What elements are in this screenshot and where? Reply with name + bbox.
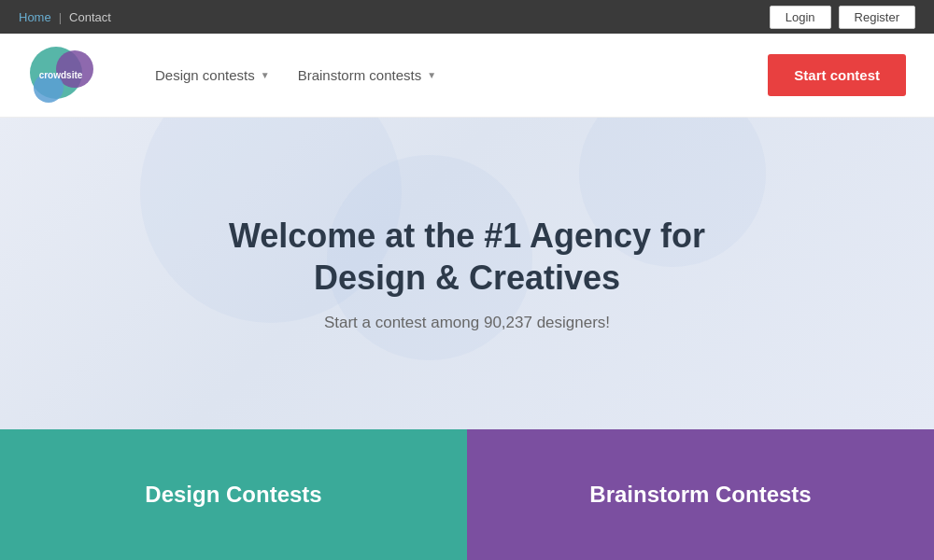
top-bar: Home | Contact Login Register bbox=[0, 0, 934, 34]
contact-link[interactable]: Contact bbox=[69, 10, 111, 24]
hero-title: Welcome at the #1 Agency for Design & Cr… bbox=[229, 215, 705, 299]
hero-subtitle: Start a contest among 90,237 designers! bbox=[324, 314, 610, 332]
start-contest-button[interactable]: Start contest bbox=[768, 54, 906, 96]
hero-title-line2: Design & Creatives bbox=[314, 259, 620, 297]
login-button[interactable]: Login bbox=[770, 6, 831, 29]
register-button[interactable]: Register bbox=[839, 6, 915, 29]
hero-section: Welcome at the #1 Agency for Design & Cr… bbox=[0, 118, 934, 429]
main-nav: Design contests ▼ Brainstorm contests ▼ … bbox=[155, 54, 906, 96]
logo[interactable]: crowdsite bbox=[28, 43, 99, 108]
brainstorm-contests-card-label: Brainstorm Contests bbox=[589, 482, 811, 508]
auth-buttons: Login Register bbox=[770, 6, 915, 29]
brainstorm-contests-label: Brainstorm contests bbox=[298, 67, 422, 83]
hero-title-line1: Welcome at the #1 Agency for bbox=[229, 217, 705, 255]
design-contests-chevron-icon: ▼ bbox=[261, 70, 270, 80]
cards-section: Design Contests Brainstorm Contests bbox=[0, 429, 934, 560]
top-bar-nav: Home | Contact bbox=[19, 10, 111, 24]
design-contests-card-label: Design Contests bbox=[145, 482, 321, 508]
logo-icon: crowdsite bbox=[28, 43, 93, 108]
nav-divider: | bbox=[59, 10, 62, 24]
design-contests-card[interactable]: Design Contests bbox=[0, 429, 467, 560]
svg-text:crowdsite: crowdsite bbox=[39, 69, 83, 79]
brainstorm-contests-card[interactable]: Brainstorm Contests bbox=[467, 429, 934, 560]
brainstorm-contests-chevron-icon: ▼ bbox=[427, 70, 436, 80]
home-link[interactable]: Home bbox=[19, 10, 51, 24]
nav-brainstorm-contests[interactable]: Brainstorm contests ▼ bbox=[298, 60, 436, 91]
main-header: crowdsite Design contests ▼ Brainstorm c… bbox=[0, 34, 934, 118]
design-contests-label: Design contests bbox=[155, 67, 255, 83]
nav-design-contests[interactable]: Design contests ▼ bbox=[155, 60, 270, 91]
